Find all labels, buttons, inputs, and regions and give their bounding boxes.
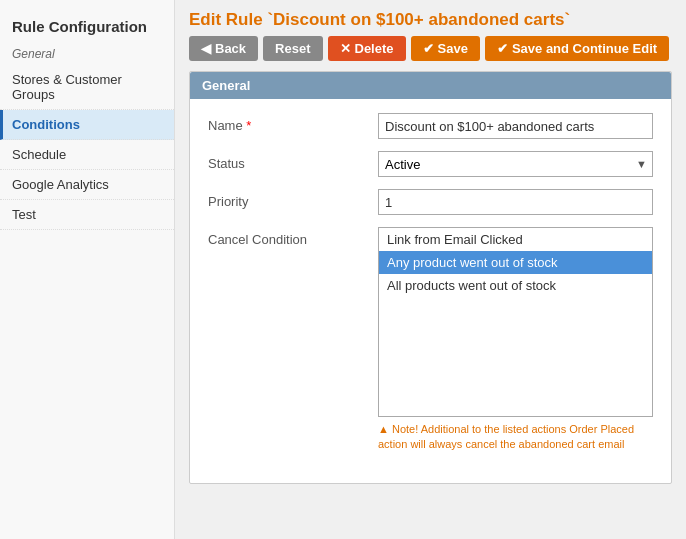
page-title: Edit Rule `Discount on $100+ abandoned c… xyxy=(189,10,570,30)
sidebar-item-schedule[interactable]: Schedule xyxy=(0,140,174,170)
save-continue-icon: ✔ xyxy=(497,41,508,56)
status-row: Status Active Inactive ▼ xyxy=(208,151,653,177)
main-content: Edit Rule `Discount on $100+ abandoned c… xyxy=(175,0,686,539)
cancel-condition-note: Note! Additional to the listed actions O… xyxy=(378,422,653,453)
sidebar-item-stores-customer-groups[interactable]: Stores & Customer Groups xyxy=(0,65,174,110)
status-select-wrap: Active Inactive ▼ xyxy=(378,151,653,177)
sidebar-section-label: General xyxy=(0,41,174,65)
cc-item-all-products-out-of-stock[interactable]: All products went out of stock xyxy=(379,274,652,297)
general-section: General Name * Status xyxy=(189,71,672,484)
back-icon: ◀ xyxy=(201,41,211,56)
section-body: Name * Status Active Inactive xyxy=(190,99,671,483)
back-button[interactable]: ◀ Back xyxy=(189,36,258,61)
status-label: Status xyxy=(208,151,378,171)
sidebar: Rule Configuration General Stores & Cust… xyxy=(0,0,175,539)
sidebar-title: Rule Configuration xyxy=(0,10,174,41)
name-label: Name * xyxy=(208,113,378,133)
priority-row: Priority xyxy=(208,189,653,215)
name-control-wrap xyxy=(378,113,653,139)
page-header: Edit Rule `Discount on $100+ abandoned c… xyxy=(189,10,672,61)
cancel-condition-row: Cancel Condition Link from Email Clicked… xyxy=(208,227,653,453)
section-header: General xyxy=(190,72,671,99)
cancel-condition-listbox[interactable]: Link from Email Clicked Any product went… xyxy=(378,227,653,417)
status-control-wrap: Active Inactive ▼ xyxy=(378,151,653,177)
delete-button[interactable]: ✕ Delete xyxy=(328,36,406,61)
priority-label: Priority xyxy=(208,189,378,209)
cancel-condition-control-wrap: Link from Email Clicked Any product went… xyxy=(378,227,653,453)
status-select[interactable]: Active Inactive xyxy=(378,151,653,177)
save-button[interactable]: ✔ Save xyxy=(411,36,480,61)
priority-control-wrap xyxy=(378,189,653,215)
name-input[interactable] xyxy=(378,113,653,139)
cc-item-any-product-out-of-stock[interactable]: Any product went out of stock xyxy=(379,251,652,274)
name-row: Name * xyxy=(208,113,653,139)
cancel-condition-label: Cancel Condition xyxy=(208,227,378,247)
delete-icon: ✕ xyxy=(340,41,351,56)
name-required: * xyxy=(246,118,251,133)
sidebar-item-conditions[interactable]: Conditions xyxy=(0,110,174,140)
priority-input[interactable] xyxy=(378,189,653,215)
cc-item-link-from-email-clicked[interactable]: Link from Email Clicked xyxy=(379,228,652,251)
toolbar: ◀ Back Reset ✕ Delete ✔ Save ✔ Save and … xyxy=(189,36,669,61)
save-icon: ✔ xyxy=(423,41,434,56)
sidebar-item-test[interactable]: Test xyxy=(0,200,174,230)
sidebar-item-google-analytics[interactable]: Google Analytics xyxy=(0,170,174,200)
reset-button[interactable]: Reset xyxy=(263,36,322,61)
save-continue-button[interactable]: ✔ Save and Continue Edit xyxy=(485,36,669,61)
